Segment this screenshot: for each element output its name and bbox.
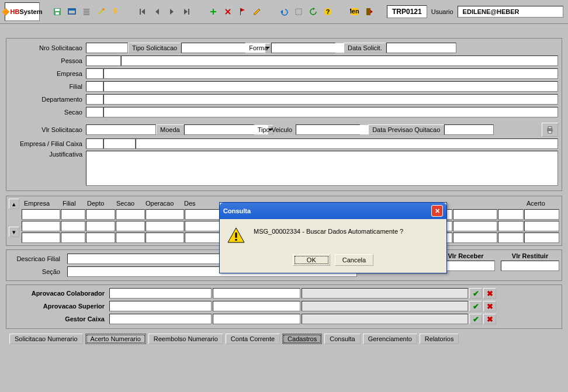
- departamento-desc-input[interactable]: [103, 94, 558, 105]
- refresh-icon[interactable]: [306, 5, 320, 19]
- moeda-label: Moeda: [156, 124, 184, 135]
- prev-icon[interactable]: [150, 5, 164, 19]
- colab-f3: [302, 288, 468, 299]
- gestor-f2[interactable]: [213, 314, 300, 324]
- empresa-caixa-input[interactable]: [86, 138, 103, 149]
- list-icon[interactable]: [292, 5, 306, 19]
- approve-ok-icon[interactable]: ✔: [469, 301, 482, 311]
- pencil-icon[interactable]: [250, 5, 264, 19]
- col-acerto: Acerto: [524, 199, 559, 209]
- tab-solicitacao-numerario[interactable]: Solicitacao Numerario: [9, 334, 83, 344]
- sup-f2[interactable]: [213, 301, 300, 311]
- approve-no-icon[interactable]: ✖: [483, 314, 496, 324]
- svg-marker-11: [113, 8, 117, 15]
- tipo-veiculo-label: Tipo Veiculo: [254, 126, 296, 133]
- svg-marker-15: [170, 9, 174, 15]
- app-logo: 🔶HBSystem: [5, 2, 40, 21]
- svg-point-10: [102, 8, 105, 11]
- form-area: Nro Solicitacao Tipo Solicitacao Forma D…: [0, 24, 568, 351]
- screen-icon[interactable]: [65, 5, 79, 19]
- menu-icon[interactable]: Menu: [348, 5, 362, 19]
- lightning-icon[interactable]: [109, 5, 123, 19]
- filial-caixa-input[interactable]: [103, 138, 136, 149]
- sup-f1[interactable]: [109, 301, 212, 311]
- scroll-down-button[interactable]: ▾: [9, 227, 19, 237]
- svg-rect-19: [210, 11, 216, 12]
- data-previsao-input[interactable]: [444, 124, 494, 135]
- exit-icon[interactable]: [362, 5, 376, 19]
- justificativa-input[interactable]: [86, 151, 558, 186]
- tab-gerenciamento[interactable]: Gerenciamento: [363, 334, 417, 344]
- next-icon[interactable]: [165, 5, 179, 19]
- tab-relatorios[interactable]: Relatorios: [420, 334, 459, 344]
- col-secao: Secao: [114, 199, 143, 209]
- wand-icon[interactable]: [94, 5, 108, 19]
- caixa-desc-input[interactable]: [136, 138, 558, 149]
- header-panel: Nro Solicitacao Tipo Solicitacao Forma D…: [6, 38, 562, 191]
- svg-text:Menu: Menu: [350, 8, 359, 15]
- forma-dropdown[interactable]: [271, 43, 335, 53]
- print-button[interactable]: [542, 123, 558, 137]
- delete-icon[interactable]: [221, 5, 235, 19]
- approve-no-icon[interactable]: ✖: [483, 301, 496, 311]
- warning-icon: [227, 226, 245, 245]
- help-icon[interactable]: ?: [321, 5, 335, 19]
- scroll-up-button[interactable]: ▴: [9, 199, 19, 209]
- empresa-filial-caixa-label: Empresa / Filial Caixa: [10, 140, 86, 147]
- secao-desc-input[interactable]: [103, 107, 558, 117]
- add-icon[interactable]: [206, 5, 220, 19]
- tab-consulta[interactable]: Consulta: [324, 334, 360, 344]
- empresa-code-input[interactable]: [86, 68, 103, 79]
- tab-acerto-numerario[interactable]: Acerto Numerario: [85, 334, 146, 344]
- first-icon[interactable]: [136, 5, 150, 19]
- gestor-f1[interactable]: [109, 314, 212, 324]
- nro-solicitacao-input[interactable]: [86, 43, 128, 53]
- last-icon[interactable]: [179, 5, 193, 19]
- main-toolbar: 🔶HBSystem ? Menu TRP0121 Usuario EDILENE…: [0, 0, 568, 24]
- approve-no-icon[interactable]: ✖: [483, 288, 496, 299]
- vlr-restituir: Vlr Restituir: [501, 252, 559, 278]
- vlr-restituir-input[interactable]: [501, 261, 559, 271]
- pessoa-code-input[interactable]: [86, 55, 121, 66]
- gestor-f3: [302, 314, 468, 324]
- ok-button[interactable]: OK: [293, 254, 330, 266]
- grid-icon[interactable]: [79, 5, 93, 19]
- approve-ok-icon[interactable]: ✔: [469, 288, 482, 299]
- tipo-solicitacao-dropdown[interactable]: [181, 43, 245, 53]
- svg-rect-17: [188, 9, 189, 15]
- secao-label: Secao: [10, 109, 86, 116]
- empresa-desc-input[interactable]: [103, 68, 558, 79]
- close-icon[interactable]: ✕: [431, 205, 443, 217]
- approvals-panel: Aprovacao Colaborador ✔ ✖ Aprovacao Supe…: [6, 285, 562, 329]
- gestor-caixa-label: Gestor Caixa: [9, 315, 108, 322]
- tipo-veiculo-dropdown[interactable]: [296, 124, 360, 135]
- col-depto: Depto: [85, 199, 114, 209]
- vlr-solicitacao-input[interactable]: [86, 124, 156, 135]
- approve-ok-icon[interactable]: ✔: [469, 314, 482, 324]
- empresa-label: Empresa: [10, 70, 86, 77]
- justificativa-label: Justificativa: [10, 151, 86, 158]
- tab-conta-corrente[interactable]: Conta Corrente: [226, 334, 280, 344]
- svg-rect-36: [548, 131, 552, 133]
- svg-marker-24: [254, 9, 260, 15]
- pessoa-desc-input[interactable]: [121, 55, 558, 66]
- moeda-dropdown[interactable]: [184, 124, 254, 135]
- tab-reembolso-numerario[interactable]: Reembolso Numerario: [148, 334, 223, 344]
- secao-code-input[interactable]: [86, 107, 103, 117]
- filial-desc-input[interactable]: [103, 81, 558, 92]
- dialog-message: MSG_00002334 - Buscar Dados Automaticame…: [254, 226, 439, 235]
- colab-f1[interactable]: [109, 288, 212, 299]
- cancel-button[interactable]: Cancela: [335, 254, 373, 266]
- dialog-title-text: Consulta: [223, 207, 251, 214]
- svg-rect-32: [366, 8, 370, 15]
- filial-code-input[interactable]: [86, 81, 103, 92]
- save-icon[interactable]: [50, 5, 64, 19]
- data-solicit-input[interactable]: [386, 43, 456, 53]
- colab-f2[interactable]: [213, 288, 300, 299]
- undo-icon[interactable]: [277, 5, 291, 19]
- tab-cadastros[interactable]: Cadastros: [282, 334, 322, 344]
- departamento-code-input[interactable]: [86, 94, 103, 105]
- svg-rect-35: [548, 127, 552, 129]
- flag-icon[interactable]: [235, 5, 250, 19]
- pessoa-label: Pessoa: [10, 57, 86, 64]
